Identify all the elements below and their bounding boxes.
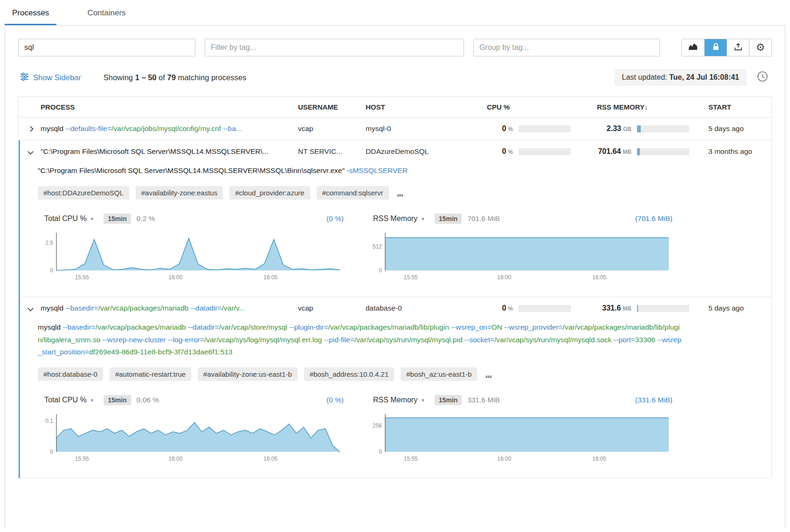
cpu-sparkline-chart: 02.515:5516:0016:05: [38, 230, 346, 283]
svg-text:16:00: 16:00: [497, 456, 511, 462]
process-command-summary: mysqld --basedir=/var/vcap/packages/mari…: [41, 304, 298, 312]
cpu-chart-panel: Total CPU % ▾ 15min 0.2 % (0 %) 02.515:5…: [38, 211, 346, 283]
more-tags-link[interactable]: ...: [397, 189, 403, 197]
chevron-down-icon[interactable]: ▾: [91, 397, 94, 403]
process-host: DDAzureDemoSQL: [366, 147, 468, 156]
process-rss-cell: 701.64MB: [575, 147, 694, 156]
settings-button[interactable]: ⚙: [749, 39, 771, 56]
last-updated: Last updated: Tue, 24 Jul 16:08:41: [615, 69, 747, 86]
rss-bar: [637, 148, 689, 155]
sidebar-toggle-icon: [20, 73, 29, 83]
process-cpu-cell: 0%: [468, 147, 575, 156]
export-button[interactable]: [727, 39, 749, 56]
process-detail: "C:\Program Files\Microsoft SQL Server\M…: [20, 163, 771, 297]
chevron-down-icon[interactable]: ▾: [422, 397, 424, 403]
lock-icon: [712, 42, 720, 53]
memory-chart-value: 331.6 MiB: [467, 396, 500, 404]
process-cpu-cell: 0%: [468, 304, 575, 312]
tag-pill[interactable]: #host:database-0: [38, 367, 103, 381]
cpu-chart-title[interactable]: Total CPU %: [44, 396, 87, 404]
time-window-badge: 15min: [435, 214, 462, 224]
memory-chart-max-link[interactable]: (701.6 MiB): [635, 214, 672, 223]
cpu-chart-max-link[interactable]: (0 %): [326, 214, 344, 223]
chevron-down-icon[interactable]: [20, 306, 41, 311]
column-header-username[interactable]: USERNAME: [298, 103, 366, 111]
filter-by-tag-input[interactable]: [205, 39, 464, 56]
cpu-bar: [519, 148, 571, 155]
process-host: mysql-0: [366, 124, 468, 133]
cpu-sparkline-chart: 00.115:5516:0016:05: [38, 412, 346, 464]
svg-text:0: 0: [379, 267, 382, 274]
process-charts: Total CPU % ▾ 15min 0.2 % (0 %) 02.515:5…: [38, 211, 753, 283]
memory-chart-title[interactable]: RSS Memory: [373, 396, 417, 404]
svg-text:15:55: 15:55: [75, 456, 89, 462]
svg-text:15:55: 15:55: [404, 274, 418, 281]
column-header-process[interactable]: PROCESS: [41, 103, 298, 111]
tab-processes[interactable]: Processes: [5, 7, 56, 25]
memory-sparkline-chart: 051215:5516:0016:05: [367, 230, 674, 283]
memory-chart-panel: RSS Memory ▾ 15min 331.6 MiB (331.6 MiB)…: [367, 392, 674, 464]
last-updated-label: Last updated:: [622, 73, 667, 81]
tag-pill[interactable]: #availability-zone:eastus: [136, 186, 223, 200]
svg-text:0: 0: [379, 449, 382, 455]
process-row: "C:\Program Files\Microsoft SQL Server\M…: [19, 140, 771, 297]
process-cpu-cell: 0%: [468, 124, 575, 133]
tag-pill[interactable]: #bosh_address:10.0.4.21: [304, 367, 394, 381]
process-table: PROCESS USERNAME HOST CPU % RSS MEMORY↓ …: [18, 97, 772, 478]
refresh-timer-button[interactable]: [753, 69, 772, 86]
cpu-chart-value: 0.06 %: [137, 396, 159, 404]
svg-text:16:05: 16:05: [592, 274, 606, 281]
process-row-summary[interactable]: mysqld --basedir=/var/vcap/packages/mari…: [20, 297, 771, 319]
svg-text:15:55: 15:55: [404, 456, 418, 462]
showing-range: 1 – 50: [135, 73, 157, 82]
tab-containers[interactable]: Containers: [80, 7, 133, 25]
chevron-right-icon[interactable]: [20, 127, 41, 131]
cpu-chart-title[interactable]: Total CPU %: [44, 214, 87, 223]
cpu-chart-value: 0.2 %: [137, 214, 155, 223]
rss-bar: [637, 125, 689, 132]
column-header-cpu[interactable]: CPU %: [468, 103, 575, 111]
clock-icon: [756, 70, 769, 85]
tag-pill[interactable]: #cloud_provider:azure: [229, 186, 310, 200]
process-row-summary[interactable]: "C:\Program Files\Microsoft SQL Server\M…: [20, 140, 771, 163]
view-options-button-group: ⚙: [681, 39, 772, 56]
group-by-tag-input[interactable]: [473, 39, 660, 56]
cpu-bar: [519, 125, 571, 132]
column-header-rss-memory[interactable]: RSS MEMORY↓: [575, 103, 694, 111]
process-command-summary: "C:\Program Files\Microsoft SQL Server\M…: [41, 147, 298, 156]
process-username: vcap: [298, 304, 366, 312]
svg-text:16:00: 16:00: [497, 274, 511, 281]
process-host: database-0: [366, 304, 468, 312]
show-sidebar-label: Show Sidebar: [33, 73, 81, 82]
process-row: mysqld --basedir=/var/vcap/packages/mari…: [19, 297, 771, 478]
process-start: 5 days ago: [694, 304, 771, 312]
rss-bar: [637, 305, 689, 312]
svg-text:256: 256: [373, 422, 382, 429]
search-input[interactable]: [18, 39, 195, 56]
more-tags-link[interactable]: ...: [485, 370, 492, 379]
tag-pill[interactable]: #automatic-restart:true: [110, 367, 191, 381]
process-start: 5 days ago: [694, 124, 771, 133]
column-header-start[interactable]: START: [694, 103, 771, 111]
memory-chart-max-link[interactable]: (331.6 MiB): [635, 396, 672, 404]
cpu-chart-max-link[interactable]: (0 %): [326, 396, 344, 404]
chevron-down-icon[interactable]: ▾: [91, 216, 94, 222]
process-username: NT SERVIC...: [298, 147, 366, 156]
tag-pill[interactable]: #command:sqlservr: [317, 186, 389, 200]
memory-chart-title[interactable]: RSS Memory: [373, 214, 417, 223]
timeseries-view-button[interactable]: [682, 39, 704, 56]
lock-view-button[interactable]: [704, 39, 727, 56]
memory-chart-panel: RSS Memory ▾ 15min 701.6 MiB (701.6 MiB)…: [367, 211, 674, 283]
chevron-down-icon[interactable]: ▾: [422, 216, 424, 222]
gear-icon: ⚙: [756, 42, 765, 53]
tag-pill[interactable]: #bosh_az:us-east1-b: [401, 367, 477, 381]
process-row-summary[interactable]: mysqld --defaults-file=/var/vcap/jobs/my…: [20, 117, 771, 140]
svg-text:16:05: 16:05: [592, 456, 606, 462]
column-header-host[interactable]: HOST: [366, 103, 468, 111]
memory-chart-value: 701.6 MiB: [467, 214, 500, 223]
tag-pill[interactable]: #host:DDAzureDemoSQL: [38, 186, 129, 200]
tag-pill[interactable]: #availability-zone:us-east1-b: [198, 367, 298, 381]
show-sidebar-button[interactable]: Show Sidebar: [20, 73, 81, 83]
chevron-down-icon[interactable]: [20, 150, 41, 154]
full-command: mysqld --basedir=/var/vcap/packages/mari…: [38, 321, 681, 358]
